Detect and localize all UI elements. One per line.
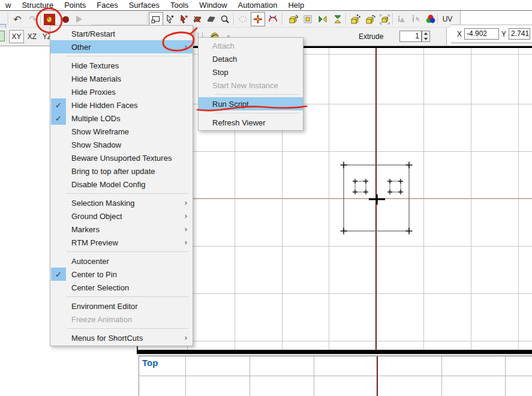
menubar-item-structure[interactable]: Structure [16,0,59,10]
plane-xz-button[interactable]: XZ [25,30,40,43]
menu-item-markers[interactable]: Markers› [50,223,193,236]
info-triangle-button[interactable] [395,12,409,26]
menu-item-ground-object[interactable]: Ground Object› [50,209,193,223]
toolbar-separator [345,13,346,25]
menu-item-label: Center to Pin [71,270,117,279]
menubar-item-faces[interactable]: Faces [91,0,123,10]
submenu-arrow-icon: › [185,238,187,247]
mirror-vertical-icon [318,14,327,24]
menu-item-beware-unsuported-textures[interactable]: Beware Unsuported Textures [50,151,193,164]
coordinates-panel: X -4.902 Y 2.741 [451,25,532,43]
menu-item-hide-materials[interactable]: Hide Materials [50,72,193,85]
menu-item-label: Freeze Animation [71,315,132,324]
viewer-button[interactable] [42,12,56,26]
cube-rotate2-icon [365,14,375,25]
toolbar-separator [8,13,8,25]
top-viewport[interactable]: Top [139,356,532,396]
menu-item-refresh-viewer[interactable]: Refresh Viewer [199,116,303,129]
play-button[interactable] [72,12,86,26]
zoom-button[interactable] [218,12,232,26]
menu-separator [215,94,299,95]
info-pin-button[interactable] [409,12,423,26]
plane-xy-button[interactable]: XY [9,30,24,43]
menu-item-autocenter[interactable]: Autocenter [50,254,193,268]
select-faces-icon [179,14,188,24]
submenu-arrow-icon: › [185,42,187,51]
menu-item-environment-editor[interactable]: Environment Editor [50,299,193,313]
menu-item-rtm-preview[interactable]: RTM Preview› [50,236,193,249]
scale-box-icon [303,14,312,24]
x-coordinate-field[interactable]: -4.902 [464,28,499,40]
spinner-down-button[interactable] [422,37,429,42]
rect-select-button[interactable] [149,12,163,26]
move-object-button[interactable] [348,12,362,26]
menu-item-start-restart[interactable]: Start/Restart [50,27,193,40]
menubar-item-window[interactable]: Window [194,0,232,10]
menu-item-center-selection[interactable]: Center Selection [50,281,193,294]
record-button[interactable] [58,12,73,26]
menu-item-stop[interactable]: Stop [199,65,303,79]
main-viewport[interactable] [138,48,532,350]
undo-button[interactable]: ↶ [10,12,25,26]
menu-item-detach[interactable]: Detach [199,52,303,65]
mirror-horizontal-button[interactable] [330,12,345,26]
mirror-vertical-button[interactable] [315,12,330,26]
rotate-object2-button[interactable] [363,12,377,26]
vertical-axis [377,356,378,396]
menu-item-center-to-pin[interactable]: ✓Center to Pin [50,268,193,281]
select-faces-button[interactable] [176,12,191,26]
colors-button[interactable] [423,12,437,26]
scale-object-button[interactable] [300,12,315,26]
menu-item-label: Selection Masking [71,199,135,208]
cube-move-icon [350,14,360,25]
menu-item-run-script[interactable]: Run Script [199,97,303,110]
viewport-bottom-border [137,350,532,354]
menu-separator [67,251,189,252]
menu-item-show-shadow[interactable]: Show Shadow [50,138,193,151]
toolbar-separator [437,13,438,25]
menubar-item-points[interactable]: Points [59,0,91,10]
menu-item-hide-hidden-faces[interactable]: ✓Hide Hidden Faces [50,98,193,112]
rotate-button[interactable] [266,12,280,26]
scale-object2-button[interactable] [377,12,392,26]
menu-item-menus-for-shortcuts[interactable]: Menus for ShortCuts› [50,331,193,344]
menubar-item-help[interactable]: Help [282,0,309,10]
spinner-up-button[interactable] [422,31,429,37]
menu-item-bring-to-top[interactable]: Bring to top after update [50,164,193,178]
checkmark-icon: ✓ [51,268,66,281]
menubar-item-clipped[interactable]: w [0,0,16,10]
redo-button[interactable]: ↷ [26,12,40,26]
menu-item-freeze-animation: Freeze Animation [50,313,193,326]
lasso-select-button[interactable] [236,12,250,26]
face-tool-button[interactable] [204,12,218,26]
move-button[interactable] [251,12,265,26]
menu-item-show-wireframe[interactable]: Show Wireframe [50,125,193,138]
cube-rotate-icon [288,14,298,25]
menu-item-disable-model-config[interactable]: Disable Model Config [50,178,193,191]
menu-item-hide-textures[interactable]: Hide Textures [50,59,193,72]
menu-item-hide-proxies[interactable]: Hide Proxies [50,85,193,98]
menu-item-other[interactable]: Other› [50,40,193,53]
menubar-item-surfaces[interactable]: Surfaces [124,0,165,10]
vertical-axis [375,48,377,350]
rect-select-icon [151,14,161,24]
textured-face-x-icon [193,14,202,24]
gridline [185,356,186,396]
menubar-item-tools[interactable]: Tools [165,0,194,10]
menu-item-label: Center Selection [71,283,129,292]
delete-face-button[interactable] [190,12,205,26]
extrude-value-field[interactable]: 1 [399,31,422,42]
menu-item-multiple-lods[interactable]: ✓Multiple LODs [50,112,193,125]
menu-item-label: Other [71,43,91,52]
menubar-item-automation[interactable]: Automation [233,0,283,10]
menu-item-label: Beware Unsuported Textures [71,154,172,163]
menu-item-selection-masking[interactable]: Selection Masking› [50,196,193,209]
rotate-object-button[interactable] [285,12,300,26]
menu-item-label: Markers [71,225,100,234]
select-points-button[interactable] [163,12,177,26]
menu-item-start-new-instance: Start New Instance [199,79,303,92]
y-coordinate-field[interactable]: 2.741 [509,28,530,40]
lasso-icon [238,14,248,24]
menu-item-label: Disable Model Config [71,180,146,189]
checkmark-icon: ✓ [51,98,66,112]
